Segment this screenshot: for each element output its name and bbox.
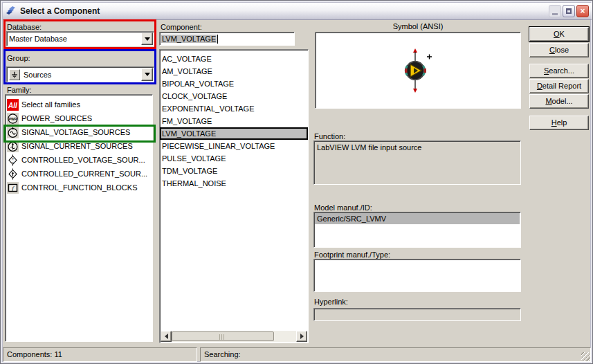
signal-voltage-icon <box>7 127 19 138</box>
model-list[interactable]: Generic/SRC_LVMV <box>313 212 521 248</box>
function-box: LabVIEW LVM file input source <box>313 140 521 185</box>
list-item[interactable]: BIPOLAR_VOLTAGE <box>160 78 308 90</box>
family-item-control-function-blocks[interactable]: f CONTROL_FUNCTION_BLOCKS <box>6 181 152 194</box>
function-label: Function: <box>314 132 345 140</box>
titlebar[interactable]: Select a Component × <box>3 3 592 20</box>
family-item-signal-voltage-sources[interactable]: SIGNAL_VOLTAGE_SOURCES <box>6 125 152 139</box>
hyperlink-field <box>313 308 521 321</box>
close-dialog-button[interactable]: Close <box>529 43 589 57</box>
list-item[interactable]: FM_VOLTAGE <box>160 115 308 127</box>
sources-ground-icon <box>9 69 20 80</box>
footprint-list[interactable] <box>313 259 521 292</box>
detail-report-button[interactable]: Detail Report <box>529 79 589 93</box>
scroll-left-button[interactable] <box>161 331 172 342</box>
footprint-label: Footprint manuf./Type: <box>314 251 390 259</box>
database-dropdown-arrow[interactable] <box>141 33 153 45</box>
minimize-button[interactable] <box>549 5 561 17</box>
all-families-icon: All <box>7 99 19 111</box>
scrollbar-track[interactable] <box>172 331 296 342</box>
svg-text:All: All <box>8 101 17 109</box>
symbol-label: Symbol (ANSI) <box>315 22 521 30</box>
status-components: Components: 11 <box>3 347 197 362</box>
family-list[interactable]: All Select all families PWR POWER_SOURCE… <box>5 94 153 342</box>
model-label: Model manuf./ID: <box>314 203 372 212</box>
search-button[interactable]: Search... <box>529 64 589 78</box>
component-list[interactable]: AC_VOLTAGE AM_VOLTAGE BIPOLAR_VOLTAGE CL… <box>159 49 309 343</box>
database-value: Master Database <box>9 35 67 43</box>
group-value: Sources <box>24 71 51 79</box>
app-icon <box>6 6 17 17</box>
list-item-selected[interactable]: LVM_VOLTAGE <box>160 127 308 140</box>
list-item[interactable]: AC_VOLTAGE <box>160 53 308 65</box>
help-button[interactable]: Help <box>529 116 589 130</box>
svg-text:PWR: PWR <box>9 116 17 120</box>
hyperlink-label: Hyperlink: <box>314 298 348 306</box>
list-item[interactable]: PIECEWISE_LINEAR_VOLTAGE <box>160 140 308 152</box>
maximize-button[interactable] <box>563 5 575 17</box>
component-input-selection: LVM_VOLTAGE <box>161 35 217 43</box>
lvm-voltage-symbol <box>397 48 435 93</box>
window-title: Select a Component <box>20 6 100 16</box>
svg-text:−: − <box>12 160 15 164</box>
component-label: Component: <box>161 23 202 31</box>
group-combobox[interactable]: Sources <box>6 66 154 82</box>
ok-button[interactable]: OK <box>529 27 589 42</box>
family-label: Family: <box>7 86 31 94</box>
family-item-power-sources[interactable]: PWR POWER_SOURCES <box>6 111 152 125</box>
close-button[interactable]: × <box>576 5 589 17</box>
symbol-preview <box>315 32 521 109</box>
family-item-select-all[interactable]: All Select all families <box>6 98 152 111</box>
group-dropdown-arrow[interactable] <box>141 68 153 81</box>
controlled-voltage-icon: + − <box>7 154 19 166</box>
controlled-current-icon <box>7 168 19 180</box>
control-function-icon: f <box>7 182 19 194</box>
list-item[interactable]: EXPONENTIAL_VOLTAGE <box>160 102 308 115</box>
group-label: Group: <box>7 54 30 62</box>
signal-current-icon <box>7 140 19 152</box>
model-button[interactable]: Model... <box>529 94 589 109</box>
database-combobox[interactable]: Master Database <box>6 31 154 46</box>
model-item-selected[interactable]: Generic/SRC_LVMV <box>315 213 520 224</box>
family-item-controlled-current-sources[interactable]: CONTROLLED_CURRENT_SOUR... <box>6 167 152 181</box>
database-label: Database: <box>7 23 42 31</box>
scroll-right-button[interactable] <box>296 331 307 342</box>
list-item[interactable]: TDM_VOLTAGE <box>160 165 308 177</box>
function-text: LabVIEW LVM file input source <box>317 143 421 152</box>
list-item[interactable]: THERMAL_NOISE <box>160 177 308 190</box>
list-item[interactable]: AM_VOLTAGE <box>160 65 308 78</box>
text-caret <box>217 35 218 44</box>
family-item-signal-current-sources[interactable]: SIGNAL_CURRENT_SOURCES <box>6 139 152 153</box>
resize-grip[interactable] <box>581 352 590 361</box>
list-item[interactable]: PULSE_VOLTAGE <box>160 152 308 165</box>
horizontal-scrollbar[interactable] <box>161 331 307 342</box>
status-searching: Searching: <box>200 347 591 362</box>
power-sources-icon: PWR <box>7 113 19 125</box>
select-component-dialog: Select a Component × Database: Master Da… <box>0 0 593 364</box>
list-item[interactable]: CLOCK_VOLTAGE <box>160 90 308 102</box>
family-item-controlled-voltage-sources[interactable]: + − CONTROLLED_VOLTAGE_SOUR... <box>6 153 152 167</box>
scrollbar-thumb[interactable] <box>172 331 274 341</box>
component-input[interactable]: LVM_VOLTAGE <box>159 32 295 46</box>
